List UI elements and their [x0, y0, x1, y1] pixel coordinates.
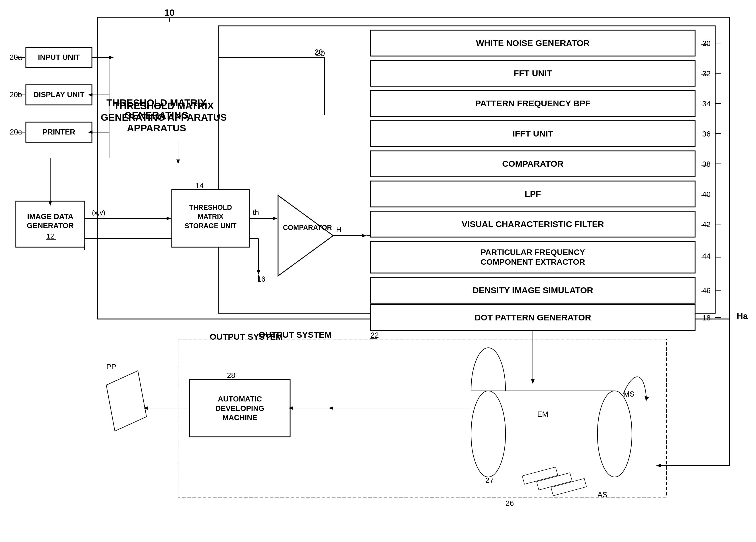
svg-marker-16 — [88, 93, 92, 97]
svg-text:MATRIX: MATRIX — [198, 213, 223, 220]
svg-text:MS: MS — [623, 390, 635, 398]
svg-text:20: 20 — [315, 48, 323, 56]
svg-marker-28 — [176, 159, 180, 164]
svg-text:DENSITY IMAGE SIMULATOR: DENSITY IMAGE SIMULATOR — [473, 286, 593, 295]
svg-text:IMAGE DATA: IMAGE DATA — [27, 212, 74, 221]
svg-text:46: 46 — [702, 286, 711, 295]
svg-rect-0 — [98, 17, 730, 319]
svg-text:DEVELOPING: DEVELOPING — [215, 404, 264, 413]
svg-text:18: 18 — [702, 314, 711, 322]
svg-text:12: 12 — [47, 232, 54, 240]
svg-marker-134 — [329, 406, 333, 410]
svg-marker-115 — [106, 371, 146, 431]
svg-text:20a: 20a — [9, 53, 22, 61]
svg-marker-138 — [531, 379, 535, 384]
svg-text:40: 40 — [702, 190, 711, 198]
diagram-svg: 10 20 INPUT UNIT 20a DISPLAY UNIT 20b PR… — [0, 0, 756, 542]
output-system-label: OUTPUT SYSTEM — [210, 332, 283, 342]
svg-text:I: I — [83, 243, 86, 252]
svg-text:Ha: Ha — [737, 311, 748, 321]
svg-rect-76 — [371, 181, 695, 207]
svg-text:EM: EM — [537, 410, 548, 419]
svg-marker-143 — [49, 201, 52, 206]
main-apparatus-label: THRESHOLD MATRIXGENERATING APPARATUS — [102, 96, 211, 134]
svg-text:10: 10 — [164, 7, 175, 18]
svg-marker-155 — [644, 396, 649, 402]
svg-text:th: th — [253, 208, 259, 217]
svg-text:THRESHOLD: THRESHOLD — [189, 203, 232, 211]
svg-text:PP: PP — [106, 362, 116, 371]
svg-text:30: 30 — [702, 39, 711, 48]
diagram: 10 20 INPUT UNIT 20a DISPLAY UNIT 20b PR… — [0, 0, 756, 542]
svg-text:PATTERN FREQUENCY BPF: PATTERN FREQUENCY BPF — [475, 99, 591, 108]
svg-text:14: 14 — [195, 181, 204, 190]
svg-marker-35 — [167, 217, 171, 220]
svg-rect-68 — [371, 121, 695, 146]
svg-text:IFFT UNIT: IFFT UNIT — [512, 129, 553, 138]
svg-rect-64 — [371, 90, 695, 116]
svg-text:27: 27 — [485, 476, 494, 485]
svg-rect-89 — [371, 277, 695, 303]
svg-text:H: H — [336, 225, 342, 234]
svg-text:FFT UNIT: FFT UNIT — [514, 68, 552, 78]
svg-point-124 — [471, 391, 506, 477]
svg-text:VISUAL CHARACTERISTIC FILTER: VISUAL CHARACTERISTIC FILTER — [462, 219, 604, 229]
svg-rect-41 — [172, 190, 249, 247]
svg-marker-48 — [273, 217, 277, 220]
svg-marker-39 — [257, 270, 260, 275]
svg-text:PRINTER: PRINTER — [43, 128, 75, 136]
svg-marker-140 — [288, 406, 293, 410]
svg-text:28: 28 — [227, 371, 235, 380]
svg-point-123 — [597, 391, 632, 477]
svg-rect-29 — [16, 201, 85, 247]
svg-marker-118 — [143, 406, 148, 410]
svg-text:AS: AS — [597, 490, 607, 499]
svg-text:STORAGE UNIT: STORAGE UNIT — [185, 222, 237, 229]
svg-rect-120 — [471, 391, 615, 477]
svg-rect-60 — [371, 60, 695, 86]
svg-rect-17 — [26, 122, 92, 142]
svg-text:16: 16 — [257, 275, 265, 284]
svg-text:20b: 20b — [9, 90, 22, 99]
svg-rect-93 — [371, 305, 695, 331]
svg-text:42: 42 — [702, 220, 711, 229]
svg-text:PARTICULAR FREQUENCY: PARTICULAR FREQUENCY — [481, 248, 585, 256]
svg-text:DOT PATTERN GENERATOR: DOT PATTERN GENERATOR — [475, 313, 591, 322]
svg-text:GENERATOR: GENERATOR — [27, 221, 74, 230]
svg-rect-110 — [190, 379, 290, 437]
svg-marker-22 — [88, 130, 92, 134]
svg-marker-136 — [656, 464, 661, 467]
svg-marker-50 — [278, 195, 333, 276]
svg-rect-132 — [551, 479, 587, 496]
svg-rect-130 — [522, 467, 558, 484]
svg-rect-5 — [26, 47, 92, 67]
svg-rect-72 — [371, 151, 695, 177]
svg-rect-106 — [178, 339, 666, 497]
svg-text:26: 26 — [506, 499, 514, 508]
svg-text:COMPONENT EXTRACTOR: COMPONENT EXTRACTOR — [481, 257, 585, 266]
svg-text:DISPLAY UNIT: DISPLAY UNIT — [33, 90, 84, 99]
svg-marker-10 — [109, 56, 114, 59]
svg-rect-84 — [371, 241, 695, 273]
svg-text:20c: 20c — [10, 128, 22, 136]
svg-text:MACHINE: MACHINE — [222, 413, 257, 422]
svg-text:32: 32 — [702, 69, 711, 78]
svg-text:(x,y): (x,y) — [92, 209, 105, 216]
svg-rect-11 — [26, 85, 92, 105]
svg-text:22: 22 — [371, 331, 379, 340]
svg-text:38: 38 — [702, 160, 711, 168]
svg-marker-157 — [217, 115, 220, 119]
svg-text:AUTOMATIC: AUTOMATIC — [218, 395, 262, 403]
svg-text:LPF: LPF — [525, 189, 541, 198]
svg-rect-1 — [218, 26, 715, 313]
svg-text:34: 34 — [702, 99, 711, 108]
svg-marker-54 — [362, 234, 367, 237]
svg-text:INPUT UNIT: INPUT UNIT — [38, 53, 80, 61]
svg-text:WHITE NOISE GENERATOR: WHITE NOISE GENERATOR — [476, 38, 590, 48]
svg-rect-131 — [537, 473, 572, 490]
svg-rect-56 — [371, 30, 695, 56]
svg-text:44: 44 — [702, 252, 711, 260]
svg-rect-80 — [371, 211, 695, 237]
svg-text:36: 36 — [702, 130, 711, 138]
svg-text:20: 20 — [316, 49, 325, 58]
